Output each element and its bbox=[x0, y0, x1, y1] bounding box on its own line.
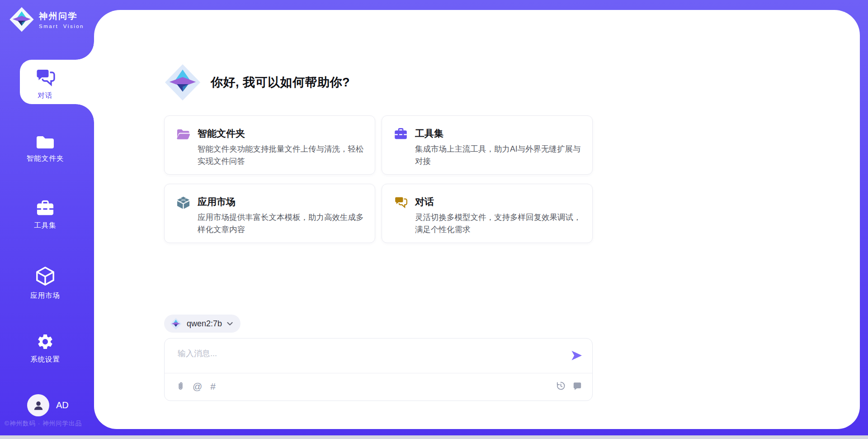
card-description: 灵活切换多模型文件，支持多样回复效果调试，满足个性化需求 bbox=[415, 211, 582, 236]
assistant-diamond-icon bbox=[164, 63, 201, 101]
send-button[interactable] bbox=[570, 350, 583, 363]
brand-logo: 神州问学 Smart Vision bbox=[9, 6, 84, 33]
card-smart-folder[interactable]: 智能文件夹 智能文件夹功能支持批量文件上传与清洗，轻松实现文件问答 bbox=[164, 115, 375, 175]
model-diamond-icon bbox=[170, 318, 182, 330]
model-name: qwen2:7b bbox=[187, 319, 222, 329]
brand-diamond-icon bbox=[9, 6, 34, 33]
card-title: 应用市场 bbox=[198, 196, 365, 208]
message-input[interactable] bbox=[178, 348, 553, 371]
chevron-down-icon bbox=[227, 322, 233, 326]
card-text: 对话 灵活切换多模型文件，支持多样回复效果调试，满足个性化需求 bbox=[415, 196, 582, 243]
avatar bbox=[27, 394, 49, 416]
card-text: 应用市场 应用市场提供丰富长文本模板，助力高效生成多样化文章内容 bbox=[198, 196, 365, 243]
sidebar-item-label: 工具集 bbox=[34, 221, 57, 230]
sidebar-item-label: 应用市场 bbox=[30, 291, 60, 301]
open-folder-icon bbox=[176, 128, 190, 140]
feature-cards: 智能文件夹 智能文件夹功能支持批量文件上传与清洗，轻松实现文件问答 工具集 集成… bbox=[164, 115, 593, 243]
brand-subtitle: Smart Vision bbox=[39, 24, 84, 29]
brand-name: 神州问学 bbox=[39, 10, 84, 22]
history-button[interactable] bbox=[556, 381, 566, 391]
card-description: 集成市场上主流工具，助力AI与外界无缝扩展与对接 bbox=[415, 143, 582, 167]
composer-tools-right bbox=[556, 381, 582, 391]
greeting-text: 你好, 我可以如何帮助你? bbox=[211, 74, 350, 91]
cube-icon bbox=[35, 266, 55, 287]
folder-icon bbox=[35, 134, 55, 150]
card-app-market[interactable]: 应用市场 应用市场提供丰富长文本模板，助力高效生成多样化文章内容 bbox=[164, 184, 375, 243]
card-chat[interactable]: 对话 灵活切换多模型文件，支持多样回复效果调试，满足个性化需求 bbox=[382, 184, 593, 243]
sidebar-item-label: 对话 bbox=[38, 91, 53, 100]
gear-icon bbox=[36, 333, 54, 351]
card-description: 智能文件夹功能支持批量文件上传与清洗，轻松实现文件问答 bbox=[198, 143, 365, 167]
sidebar-item-label: 智能文件夹 bbox=[27, 154, 64, 163]
history-icon bbox=[556, 381, 566, 391]
mention-button[interactable]: @ bbox=[193, 382, 202, 391]
send-icon bbox=[571, 350, 583, 361]
tab-fillet-bottom bbox=[76, 104, 94, 122]
card-text: 工具集 集成市场上主流工具，助力AI与外界无缝扩展与对接 bbox=[415, 127, 582, 174]
card-title: 对话 bbox=[415, 196, 582, 208]
sidebar-item-smart-folder[interactable]: 智能文件夹 bbox=[0, 134, 90, 163]
toolbox-icon bbox=[36, 200, 55, 217]
user-profile[interactable]: AD bbox=[27, 394, 69, 416]
sidebar-item-chat[interactable]: 对话 bbox=[0, 68, 90, 100]
conversation-button[interactable] bbox=[573, 382, 582, 390]
sidebar-item-settings[interactable]: 系统设置 bbox=[0, 333, 90, 364]
toolbox-icon bbox=[394, 128, 408, 140]
paperclip-icon bbox=[177, 381, 184, 391]
person-icon bbox=[33, 400, 44, 411]
center-column: 你好, 我可以如何帮助你? 智能文件夹 智能文件夹功能支持批量文件上传与清洗，轻… bbox=[164, 0, 593, 439]
attach-file-button[interactable] bbox=[177, 381, 184, 391]
card-toolset[interactable]: 工具集 集成市场上主流工具，助力AI与外界无缝扩展与对接 bbox=[382, 115, 593, 175]
card-text: 智能文件夹 智能文件夹功能支持批量文件上传与清洗，轻松实现文件问答 bbox=[198, 127, 365, 174]
cube-grid-icon bbox=[176, 196, 190, 210]
composer-tools-left: @ # bbox=[177, 381, 216, 391]
user-name: AD bbox=[56, 400, 69, 410]
bottom-strip bbox=[0, 435, 868, 439]
card-description: 应用市场提供丰富长文本模板，助力高效生成多样化文章内容 bbox=[198, 211, 365, 236]
model-selector[interactable]: qwen2:7b bbox=[164, 315, 241, 333]
tab-fillet-top bbox=[76, 42, 94, 60]
app-root: 神州问学 Smart Vision 对话 智能文件夹 工具集 bbox=[0, 0, 868, 439]
sidebar-item-label: 系统设置 bbox=[30, 355, 60, 364]
greeting-block: 你好, 我可以如何帮助你? bbox=[164, 63, 350, 101]
sidebar-item-app-market[interactable]: 应用市场 bbox=[0, 266, 90, 301]
message-composer: @ # bbox=[164, 338, 593, 401]
sidebar-item-toolset[interactable]: 工具集 bbox=[0, 200, 90, 230]
card-title: 智能文件夹 bbox=[198, 127, 365, 139]
composer-divider bbox=[165, 373, 592, 373]
chat-bubbles-icon bbox=[394, 196, 408, 209]
card-title: 工具集 bbox=[415, 127, 582, 139]
chat-bubble-icon bbox=[573, 382, 582, 390]
hashtag-button[interactable]: # bbox=[210, 382, 216, 391]
chat-bubbles-icon bbox=[35, 68, 56, 87]
copyright-footer: ©神州数码 · 神州问学出品 bbox=[5, 420, 82, 428]
